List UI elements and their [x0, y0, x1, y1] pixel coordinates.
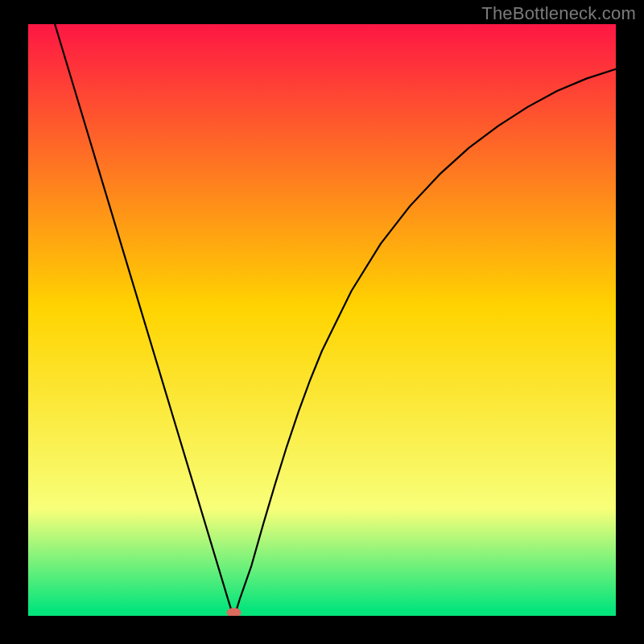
gradient-background [28, 24, 616, 616]
chart-frame: TheBottleneck.com [0, 0, 644, 644]
watermark-text: TheBottleneck.com [481, 3, 636, 24]
plot-area [28, 24, 616, 616]
chart-svg [28, 24, 616, 616]
